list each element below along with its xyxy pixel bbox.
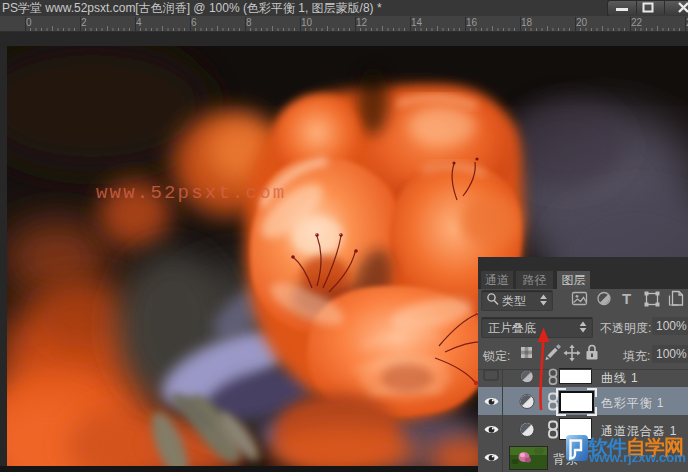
svg-text:www.rjzxw.com: www.rjzxw.com xyxy=(588,450,686,465)
svg-text:T: T xyxy=(622,290,631,307)
